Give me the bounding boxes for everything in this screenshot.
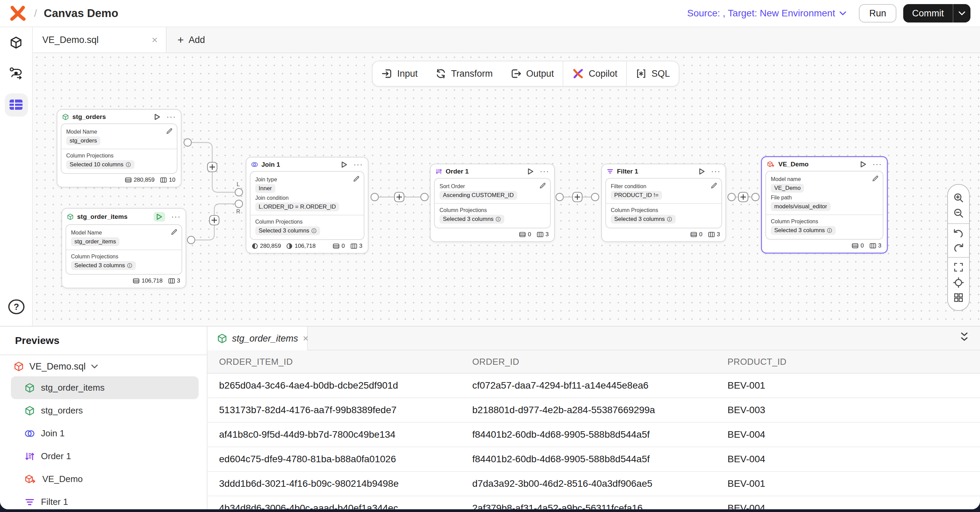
table-row[interactable]: 3ddd1b6d-3021-4f16-b09c-980214b9498ed7da…	[207, 472, 980, 496]
join-right-input-port[interactable]	[235, 200, 243, 208]
node-filter-1[interactable]: Filter 1 ··· Filter condition PRODUCT_ID…	[601, 163, 726, 242]
tree-item-join-1[interactable]: Join 1	[11, 422, 199, 445]
input-port[interactable]	[752, 193, 759, 201]
field-value-chip[interactable]: Selected 3 columns	[71, 261, 136, 270]
close-icon[interactable]: ×	[151, 35, 158, 45]
tree-item-ve_demo[interactable]: VE_Demo	[11, 468, 199, 491]
run-node-button[interactable]	[528, 168, 534, 175]
field-value-chip[interactable]: L.ORDER_ID = R.ORDER_ID	[255, 203, 339, 211]
toolbar-item-copilot[interactable]: Copilot	[563, 61, 626, 86]
field-value-chip[interactable]: stg_orders	[66, 136, 100, 145]
edit-pencil-icon[interactable]	[353, 175, 360, 182]
run-node-button[interactable]	[154, 114, 161, 120]
node-menu-button[interactable]: ···	[167, 115, 176, 119]
column-header-product_id[interactable]: PRODUCT_ID	[727, 357, 980, 367]
fullscreen-icon[interactable]	[953, 262, 964, 273]
help-icon[interactable]: ?	[8, 299, 25, 318]
node-join-1[interactable]: Join 1 ··· Join type InnerJoin condition…	[246, 157, 369, 254]
redo-icon[interactable]	[953, 243, 964, 252]
flow-icon[interactable]	[9, 67, 23, 80]
add-node-on-edge-button[interactable]	[738, 192, 748, 202]
field-value-chip[interactable]: Selected 10 columns	[66, 160, 134, 169]
edit-pencil-icon[interactable]	[170, 228, 177, 235]
chevron-down-icon	[958, 11, 965, 15]
collapse-panel-icon[interactable]	[959, 331, 969, 342]
table-row[interactable]: 513173b7-82d4-4176-aa7f-99b8389fede7b218…	[207, 398, 980, 423]
field-value-chip[interactable]: Inner	[255, 184, 275, 193]
grid-layout-icon[interactable]	[953, 292, 964, 303]
column-header-order_id[interactable]: ORDER_ID	[472, 357, 727, 367]
tab-ve-demo-sql[interactable]: VE_Demo.sql ×	[33, 27, 167, 52]
environment-selector[interactable]: Source: , Target: New Environment	[687, 8, 847, 19]
edit-pencil-icon[interactable]	[166, 127, 173, 134]
field-value-chip[interactable]: Selected 3 columns	[771, 226, 836, 235]
close-icon[interactable]: ×	[303, 334, 309, 343]
field-value-chip[interactable]: models/visual_editor	[771, 202, 830, 211]
table-row[interactable]: b265d0a4-3c46-4ae4-b0db-dcbe25df901dcf07…	[207, 374, 980, 398]
node-menu-button[interactable]: ···	[171, 215, 181, 219]
input-port[interactable]	[591, 193, 599, 201]
chevron-down-icon[interactable]	[91, 365, 98, 368]
run-button[interactable]: Run	[859, 4, 896, 22]
pipeline-canvas[interactable]: L R InputTransformOutputCopilotSQL stg_o…	[33, 53, 980, 326]
run-node-button[interactable]	[154, 212, 165, 222]
column-header-order_item_id[interactable]: ORDER_ITEM_ID	[219, 357, 472, 367]
output-port[interactable]	[728, 193, 735, 201]
edit-pencil-icon[interactable]	[872, 175, 879, 182]
locate-icon[interactable]	[953, 277, 964, 288]
add-node-on-edge-button[interactable]	[210, 216, 219, 225]
toolbar-item-output[interactable]: Output	[501, 61, 563, 86]
node-ve-demo[interactable]: VE_Demo ··· Model name VE_DemoFile path …	[761, 156, 888, 254]
tree-item-stg_orders[interactable]: stg_orders	[11, 399, 199, 422]
output-port[interactable]	[556, 193, 563, 201]
node-order-1[interactable]: Order 1 ··· Sort Order Ascending CUSTOME…	[430, 163, 555, 242]
node-menu-button[interactable]: ···	[711, 170, 721, 173]
output-port[interactable]	[371, 193, 379, 201]
field-value-chip[interactable]: VE_Demo	[771, 184, 804, 193]
table-row[interactable]: 4b34d8d6-3006-4b0c-aaad-b40ef1a344ec2af3…	[207, 496, 980, 509]
commit-menu-button[interactable]	[953, 4, 970, 22]
edit-pencil-icon[interactable]	[539, 182, 546, 189]
node-menu-button[interactable]: ···	[872, 163, 882, 166]
run-node-button[interactable]	[699, 168, 705, 175]
join-left-input-port[interactable]	[235, 189, 243, 196]
node-stg-orders[interactable]: stg_orders ··· Model Name stg_ordersColu…	[57, 109, 181, 187]
output-port[interactable]	[187, 236, 195, 244]
table-icon[interactable]	[9, 99, 23, 111]
columns-icon	[350, 243, 357, 249]
preview-tab-stg-order-items[interactable]: stg_order_items ×	[207, 327, 308, 350]
tree-item-order-1[interactable]: Order 1	[11, 445, 199, 468]
zoom-in-icon[interactable]	[953, 192, 964, 203]
field-value-chip[interactable]: PRODUCT_ID !=	[611, 191, 662, 200]
node-stg-order-items[interactable]: stg_order_items ··· Model Name stg_order…	[61, 208, 186, 288]
field-value-chip[interactable]: Ascending CUSTOMER_ID	[439, 191, 517, 200]
edit-pencil-icon[interactable]	[710, 182, 717, 189]
add-tab-button[interactable]: + Add	[177, 27, 205, 52]
tree-item-stg_order_items[interactable]: stg_order_items	[11, 376, 199, 399]
tree-item-filter-1[interactable]: Filter 1	[11, 491, 199, 509]
output-port[interactable]	[184, 139, 191, 146]
run-node-button[interactable]	[860, 161, 866, 168]
zoom-out-icon[interactable]	[953, 208, 964, 219]
toolbar-item-transform[interactable]: Transform	[426, 61, 501, 86]
node-menu-button[interactable]: ···	[540, 170, 549, 173]
table-row[interactable]: ed604c75-dfe9-4780-81ba-b88a0fa01026f844…	[207, 447, 980, 472]
toolbar-item-input[interactable]: Input	[372, 61, 426, 86]
tree-root-ve-demo-sql[interactable]: VE_Demo.sql	[0, 357, 207, 376]
cube-icon[interactable]	[10, 36, 22, 49]
add-node-on-edge-button[interactable]	[207, 162, 217, 172]
field-value-chip[interactable]: Selected 3 columns	[255, 226, 320, 235]
field-value-chip[interactable]: Selected 3 columns	[611, 215, 676, 224]
input-port[interactable]	[421, 193, 428, 201]
commit-button[interactable]: Commit	[903, 4, 953, 22]
toolbar-item-sql[interactable]: SQL	[627, 61, 679, 86]
add-node-on-edge-button[interactable]	[395, 192, 404, 202]
field-value-chip[interactable]: stg_order_items	[71, 237, 119, 246]
add-node-on-edge-button[interactable]	[573, 192, 582, 202]
node-menu-button[interactable]: ···	[353, 163, 363, 166]
table-row[interactable]: af41b8c0-9f5d-44d9-bb7d-7800c49be134f844…	[207, 423, 980, 447]
app-logo-icon[interactable]	[10, 6, 26, 21]
field-value-chip[interactable]: Selected 3 columns	[439, 215, 504, 224]
run-node-button[interactable]	[341, 161, 347, 168]
undo-icon[interactable]	[953, 228, 964, 238]
